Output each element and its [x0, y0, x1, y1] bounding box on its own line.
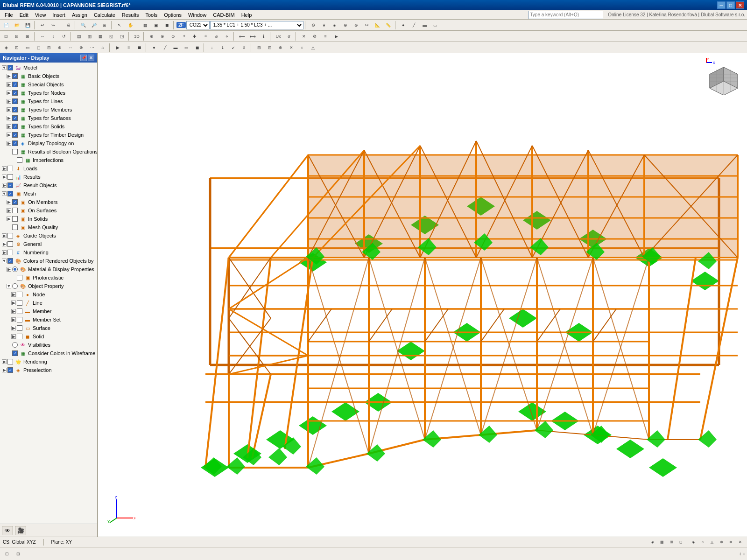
tree-item-line[interactable]: ▶ ╱ Line: [0, 299, 97, 307]
check-member[interactable]: [17, 308, 22, 314]
tb3-load4[interactable]: ⇩: [239, 43, 249, 52]
menu-edit[interactable]: Edit: [17, 11, 31, 19]
check-solid[interactable]: [17, 334, 22, 339]
tb3-section3[interactable]: ⊕: [275, 43, 286, 52]
menu-results[interactable]: Results: [119, 11, 142, 19]
check-surface[interactable]: [17, 325, 22, 331]
tb3-del2[interactable]: ✕: [286, 43, 296, 52]
tb-surface[interactable]: ▭: [430, 21, 441, 30]
tb-extra8[interactable]: 📏: [383, 21, 394, 30]
expand-types-surfaces[interactable]: ▶: [7, 116, 11, 120]
tb3-section1[interactable]: ⊞: [254, 43, 264, 52]
check-basic[interactable]: ✓: [12, 73, 18, 79]
tb2-view3[interactable]: ▦: [95, 32, 106, 41]
status-btn-2[interactable]: ▦: [658, 538, 666, 546]
expand-node[interactable]: ▶: [11, 292, 16, 297]
check-general[interactable]: [7, 241, 13, 247]
tb-line[interactable]: ╱: [409, 21, 419, 30]
menu-options[interactable]: Options: [161, 11, 184, 19]
tree-item-types-members[interactable]: ▶ ✓ ▦ Types for Members: [0, 105, 97, 114]
tb2-del[interactable]: ✕: [299, 32, 309, 41]
tree-item-colors-rendered[interactable]: ▼ ✓ 🎨 Colors of Rendered Objects by: [0, 257, 97, 265]
check-guide-objects[interactable]: [7, 233, 13, 238]
tb2-snap4[interactable]: ⌖: [179, 32, 189, 41]
tree-item-on-members[interactable]: ▶ ✓ ▣ On Members: [0, 198, 97, 206]
cube-navigator[interactable]: X Y: [705, 58, 742, 95]
expand-member-set[interactable]: ▶: [11, 317, 16, 322]
status-btn-10[interactable]: ✕: [736, 538, 744, 546]
menu-file[interactable]: File: [2, 11, 16, 19]
expand-types-nodes[interactable]: ▶: [7, 91, 11, 95]
tb2-3[interactable]: ⊞: [22, 32, 33, 41]
tb2-result2[interactable]: σ: [284, 32, 294, 41]
tb3-line[interactable]: ╱: [160, 43, 170, 52]
tb3-3[interactable]: ▭: [22, 43, 33, 52]
expand-object-property[interactable]: ▼: [7, 284, 11, 288]
tree-item-numbering[interactable]: ▶ # Numbering: [0, 248, 97, 257]
expand-model[interactable]: ▼: [2, 65, 7, 70]
tb2-info[interactable]: ℹ: [258, 32, 268, 41]
check-loads[interactable]: [7, 166, 13, 171]
tree-item-guide-objects[interactable]: ▶ ◈ Guide Objects: [0, 231, 97, 240]
tb-member[interactable]: ▬: [420, 21, 430, 30]
tree-item-loads[interactable]: ▶ ⬇ Loads: [0, 164, 97, 173]
status-btn-6[interactable]: ○: [698, 538, 707, 546]
tree-item-member-set[interactable]: ▶ ▬ Member Set: [0, 315, 97, 324]
expand-rendering[interactable]: ▶: [2, 359, 7, 364]
tb2-dim2[interactable]: ⟷: [247, 32, 258, 41]
tb-save[interactable]: 💾: [22, 21, 33, 30]
expand-general[interactable]: ▶: [2, 242, 7, 246]
tb2-view4[interactable]: ◱: [106, 32, 116, 41]
check-colors[interactable]: ✓: [7, 258, 13, 264]
status-btn-5[interactable]: ◈: [689, 538, 698, 546]
tb3-9[interactable]: ⋯: [87, 43, 97, 52]
expand-types-members[interactable]: ▶: [7, 107, 11, 112]
tree-item-basic-objects[interactable]: ▶ ✓ ▦ Basic Objects: [0, 72, 97, 80]
tb2-calc[interactable]: ▶: [331, 32, 341, 41]
expand-types-lines[interactable]: ▶: [7, 99, 11, 104]
menu-help[interactable]: Help: [239, 11, 255, 19]
menu-window[interactable]: Window: [185, 11, 209, 19]
tree-item-results[interactable]: ▶ 📊 Results: [0, 173, 97, 181]
tb-open[interactable]: 📂: [12, 21, 22, 30]
tb-extra2[interactable]: ★: [319, 21, 329, 30]
check-node[interactable]: [17, 292, 22, 297]
check-on-members[interactable]: ✓: [12, 199, 18, 205]
tb2-snap5[interactable]: ✚: [190, 32, 200, 41]
tb3-member[interactable]: ▬: [170, 43, 181, 52]
tree-item-types-nodes[interactable]: ▶ ✓ ▦ Types for Nodes: [0, 89, 97, 97]
tb2-snap2[interactable]: ⊗: [157, 32, 168, 41]
expand-numbering[interactable]: ▶: [2, 250, 7, 255]
tb-extra7[interactable]: 📐: [373, 21, 383, 30]
tb-extra4[interactable]: ⊕: [340, 21, 351, 30]
expand-in-solids[interactable]: ▶: [7, 217, 11, 221]
check-line[interactable]: [17, 300, 22, 306]
tb3-11[interactable]: ▶: [113, 43, 123, 52]
tb-zoom-out[interactable]: 🔎: [89, 21, 99, 30]
tb3-5[interactable]: ⊟: [44, 43, 54, 52]
tb3-load3[interactable]: ↙: [228, 43, 239, 52]
tb3-solid[interactable]: ◼: [192, 43, 202, 52]
menu-view[interactable]: View: [32, 11, 49, 19]
tb-zoom-in[interactable]: 🔍: [78, 21, 88, 30]
tb2-5[interactable]: ↕: [48, 32, 58, 41]
tb2-snap6[interactable]: ⌗: [200, 32, 211, 41]
tb-pan[interactable]: ✋: [125, 21, 135, 30]
tree-item-imperfections[interactable]: ▦ Imperfections: [0, 156, 97, 164]
nav-pin-button[interactable]: 📌: [80, 55, 87, 61]
check-types-members[interactable]: ✓: [12, 107, 18, 112]
expand-on-members[interactable]: ▶: [7, 200, 11, 204]
expand-surface[interactable]: ▶: [11, 326, 16, 330]
check-in-solids[interactable]: [12, 216, 18, 222]
tb-fit[interactable]: ⊞: [99, 21, 110, 30]
tb2-3d[interactable]: 3D: [132, 32, 142, 41]
tb2-view2[interactable]: ▥: [85, 32, 95, 41]
check-preselection[interactable]: ✓: [7, 367, 13, 373]
tb-redo[interactable]: ↪: [48, 21, 58, 30]
expand-solid[interactable]: ▶: [11, 334, 16, 339]
tb3-4[interactable]: ◻: [33, 43, 43, 52]
status-btn-7[interactable]: △: [708, 538, 716, 546]
tb3-triangle[interactable]: △: [308, 43, 318, 52]
tb-select[interactable]: ↖: [114, 21, 125, 30]
tree-item-object-property[interactable]: ▼ 🎨 Object Property: [0, 282, 97, 290]
